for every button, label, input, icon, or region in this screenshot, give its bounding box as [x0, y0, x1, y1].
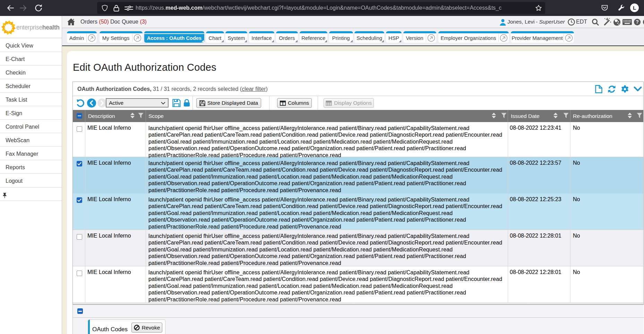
svg-text:?: ?	[636, 19, 639, 25]
